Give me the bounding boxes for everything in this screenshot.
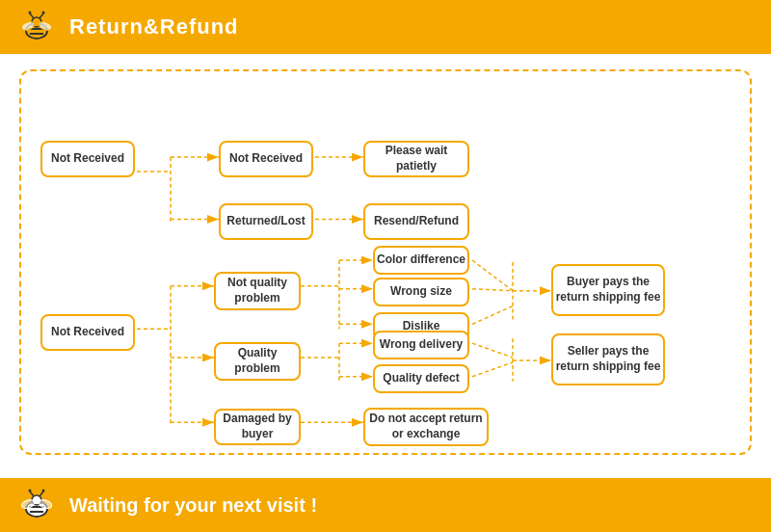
- node-color-difference: Color difference: [373, 246, 469, 275]
- node-returned-lost: Returned/Lost: [219, 203, 313, 240]
- svg-point-53: [42, 490, 45, 492]
- svg-line-6: [30, 13, 34, 18]
- main-content: Not Received Not Received Returned/Lost …: [0, 54, 771, 478]
- node-wrong-size: Wrong size: [373, 278, 469, 306]
- svg-line-32: [472, 306, 513, 325]
- node-wrong-delivery: Wrong delivery: [373, 331, 469, 359]
- node-not-received-bottom-left: Not Received: [40, 314, 135, 351]
- svg-point-51: [29, 490, 32, 492]
- node-damaged-by-buyer: Damaged by buyer: [214, 409, 301, 445]
- node-buyer-pays: Buyer pays the return shipping fee: [551, 264, 665, 316]
- svg-line-8: [40, 13, 43, 18]
- svg-line-31: [472, 289, 513, 291]
- svg-point-9: [42, 12, 45, 14]
- header: Return&Refund: [0, 0, 771, 54]
- svg-line-30: [472, 260, 513, 291]
- bee-icon-header: [15, 6, 58, 48]
- diagram: Not Received Not Received Returned/Lost …: [19, 69, 752, 455]
- node-resend-refund: Resend/Refund: [363, 203, 469, 240]
- header-title: Return&Refund: [69, 14, 239, 40]
- svg-line-40: [472, 362, 513, 377]
- node-not-quality-problem: Not quality problem: [214, 272, 301, 310]
- svg-point-7: [29, 12, 32, 14]
- node-not-received-top-right: Not Received: [219, 141, 313, 177]
- svg-line-50: [30, 492, 34, 496]
- node-please-wait: Please wait patietly: [363, 141, 469, 177]
- node-seller-pays: Seller pays the return shipping fee: [551, 333, 665, 386]
- node-do-not-accept: Do not accept return or exchange: [363, 408, 489, 446]
- node-quality-problem: Quality problem: [214, 342, 301, 381]
- footer: Waiting for your next visit !: [0, 478, 771, 532]
- bee-icon-footer: [15, 484, 58, 526]
- node-quality-defect: Quality defect: [373, 364, 469, 393]
- footer-title: Waiting for your next visit !: [69, 494, 317, 517]
- svg-line-39: [472, 343, 513, 358]
- node-not-received-top-left: Not Received: [40, 141, 135, 177]
- svg-line-52: [40, 492, 43, 496]
